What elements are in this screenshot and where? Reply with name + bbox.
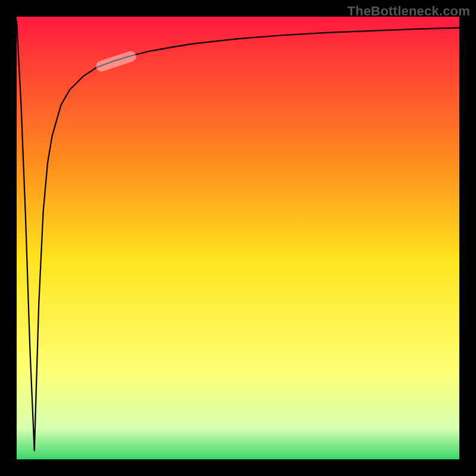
watermark-text: TheBottleneck.com — [347, 4, 470, 19]
chart-container: TheBottleneck.com — [0, 0, 476, 476]
curve-line — [17, 17, 459, 459]
plot-area — [17, 17, 459, 459]
